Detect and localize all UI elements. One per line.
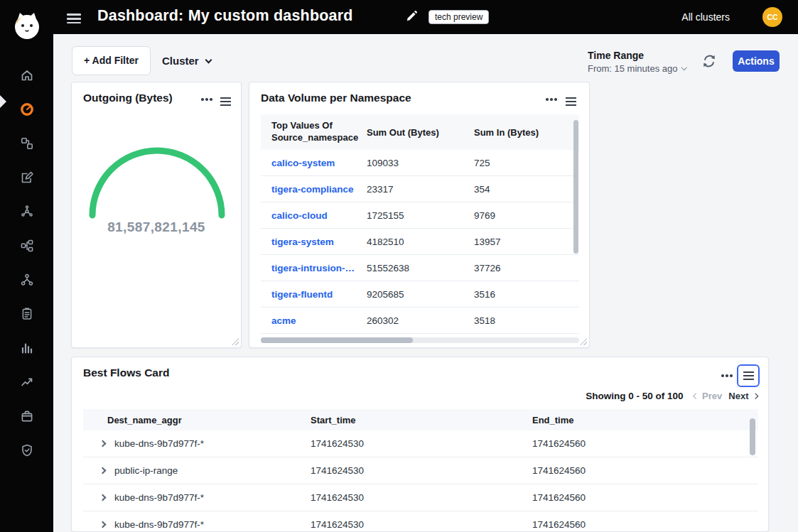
drag-handle-icon[interactable] xyxy=(219,93,232,110)
actions-button[interactable]: Actions xyxy=(733,50,780,72)
table-row: tigera-system 4182510 13957 xyxy=(261,229,579,255)
next-label: Next xyxy=(728,391,748,401)
table-header-row: Top Values Of Source_namespace Sum Out (… xyxy=(261,114,579,150)
sidebar-item-clusters[interactable] xyxy=(0,263,53,297)
horizontal-scrollbar-thumb[interactable] xyxy=(261,337,413,343)
add-filter-button[interactable]: + Add Filter xyxy=(72,46,151,75)
table-row[interactable]: public-ip-range 1741624530 1741624560 xyxy=(83,457,758,484)
start-time: 1741624530 xyxy=(311,492,532,503)
vertical-scrollbar-thumb[interactable] xyxy=(750,418,755,455)
sum-out-value: 109033 xyxy=(367,158,474,168)
cluster-selector[interactable]: All clusters xyxy=(681,11,730,23)
page-title: Dashboard: My custom dashboard xyxy=(97,7,353,25)
card-resize-handle[interactable] xyxy=(580,338,587,345)
sidebar-item-policies[interactable] xyxy=(0,161,53,195)
table-row: acme 260302 3518 xyxy=(261,308,579,334)
next-page-button[interactable]: Next xyxy=(728,391,757,401)
card-title: Outgoing (Bytes) xyxy=(83,92,173,104)
vertical-scrollbar-thumb[interactable] xyxy=(573,120,578,254)
home-icon xyxy=(20,68,34,82)
sum-out-value: 260302 xyxy=(367,315,474,326)
top-bar: Dashboard: My custom dashboard tech prev… xyxy=(0,0,798,34)
activity-icon xyxy=(20,375,34,389)
sidebar-item-charts[interactable] xyxy=(0,331,53,365)
security-shield-icon xyxy=(20,443,34,457)
pagination: Showing 0 - 50 of 100 Prev Next xyxy=(586,391,757,401)
sidebar-item-activity[interactable] xyxy=(0,365,53,399)
time-range-value[interactable]: From: 15 minutes ago xyxy=(588,63,686,74)
table-row: tigera-fluentd 9205685 3516 xyxy=(261,281,579,308)
sum-in-value: 3516 xyxy=(474,289,579,300)
sum-out-value: 1725155 xyxy=(367,210,474,221)
namespace-link[interactable]: tigera-fluentd xyxy=(271,289,367,300)
clusters-icon xyxy=(20,273,34,287)
pagination-status: Showing 0 - 50 of 100 xyxy=(586,391,683,401)
sum-in-value: 354 xyxy=(474,184,579,195)
compliance-icon xyxy=(20,307,34,321)
sidebar-item-nodes[interactable] xyxy=(0,195,53,229)
row-expand-icon[interactable] xyxy=(99,494,107,501)
time-range: Time Range From: 15 minutes ago xyxy=(588,50,686,74)
table-row[interactable]: kube-dns-9b7d977f-* 1741624530 174162456… xyxy=(83,511,758,532)
start-time: 1741624530 xyxy=(311,465,532,476)
time-range-text: From: 15 minutes ago xyxy=(588,63,677,74)
table-row[interactable]: kube-dns-9b7d977f-* 1741624530 174162456… xyxy=(83,430,758,457)
column-header: Sum Out (Bytes) xyxy=(367,127,474,138)
dest-name: kube-dns-9b7d977f-* xyxy=(114,438,311,449)
refresh-button[interactable] xyxy=(701,53,717,69)
gauge-arc xyxy=(82,132,232,221)
cluster-dropdown-label: Cluster xyxy=(162,55,199,67)
card-menu-icon[interactable] xyxy=(720,371,734,380)
table-row[interactable]: kube-dns-9b7d977f-* 1741624530 174162456… xyxy=(83,484,758,511)
chevron-down-icon xyxy=(681,65,687,70)
sidebar-item-security[interactable] xyxy=(0,433,53,467)
sidebar-item-dashboards[interactable] xyxy=(0,92,53,126)
namespace-link[interactable]: tigera-compliance xyxy=(271,184,367,195)
column-header: Dest_name_aggr xyxy=(107,415,311,425)
edit-dashboard-icon[interactable] xyxy=(405,10,418,23)
prev-label: Prev xyxy=(702,391,722,401)
cluster-dropdown[interactable]: Cluster xyxy=(162,46,211,75)
card-resize-handle[interactable] xyxy=(232,338,239,345)
sum-out-value: 4182510 xyxy=(367,237,474,247)
card-menu-icon[interactable] xyxy=(200,95,214,104)
row-expand-icon[interactable] xyxy=(99,467,107,474)
row-expand-icon[interactable] xyxy=(99,521,107,528)
end-time: 1741624560 xyxy=(532,465,758,476)
dest-name: kube-dns-9b7d977f-* xyxy=(114,492,311,503)
outgoing-bytes-card: Outgoing (Bytes) 81,587,821,145 xyxy=(71,82,242,348)
calico-logo[interactable] xyxy=(11,10,43,44)
avatar[interactable]: CC xyxy=(762,7,782,27)
sum-in-value: 13957 xyxy=(474,237,579,247)
end-time: 1741624560 xyxy=(532,438,758,449)
apps-icon xyxy=(20,409,34,423)
namespace-link[interactable]: tigera-system xyxy=(271,237,367,247)
chevron-left-icon xyxy=(693,393,699,399)
charts-icon xyxy=(20,341,34,355)
nodes-icon xyxy=(20,205,34,219)
prev-page-button[interactable]: Prev xyxy=(694,391,723,401)
sidebar-item-apps[interactable] xyxy=(0,399,53,433)
namespace-link[interactable]: calico-system xyxy=(271,158,367,168)
policies-icon xyxy=(20,170,34,185)
row-expand-icon[interactable] xyxy=(99,440,107,447)
column-header: Top Values Of Source_namespace xyxy=(271,120,358,143)
card-menu-icon[interactable] xyxy=(544,95,559,104)
chevron-right-icon xyxy=(752,393,757,399)
hamburger-menu-icon[interactable] xyxy=(67,11,81,26)
namespace-link[interactable]: tigera-intrusion-d… xyxy=(271,263,367,273)
sidebar-item-endpoints[interactable] xyxy=(0,126,53,161)
namespace-link[interactable]: acme xyxy=(271,315,367,326)
sidebar-item-home[interactable] xyxy=(0,58,53,92)
namespace-link[interactable]: calico-cloud xyxy=(271,210,367,221)
dest-name: public-ip-range xyxy=(114,465,311,476)
start-time: 1741624530 xyxy=(311,438,532,449)
sidebar-item-service-graph[interactable] xyxy=(0,229,53,263)
sidebar-item-compliance[interactable] xyxy=(0,297,53,331)
column-header: Sum In (Bytes) xyxy=(474,127,579,138)
drag-handle-icon[interactable] xyxy=(564,93,578,110)
sum-in-value: 37726 xyxy=(474,263,579,273)
drag-handle-focused[interactable] xyxy=(737,364,760,387)
dashboards-icon xyxy=(19,102,35,117)
column-header: Start_time xyxy=(311,415,532,425)
